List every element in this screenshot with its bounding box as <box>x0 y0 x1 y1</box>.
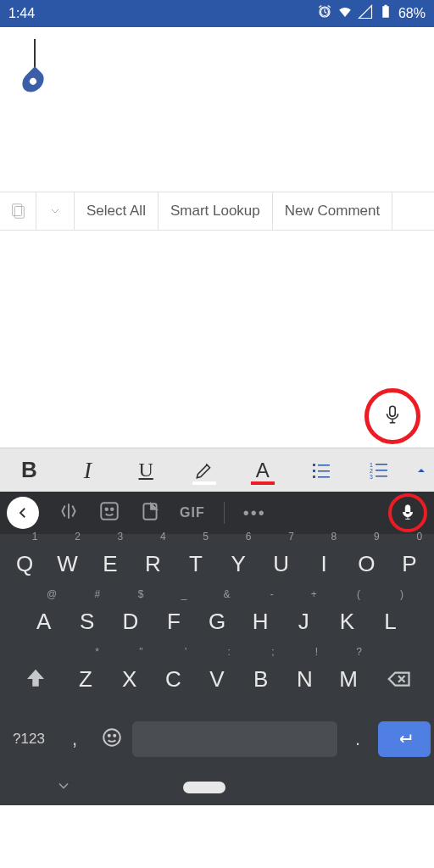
keyboard-back-button[interactable] <box>7 497 39 529</box>
nav-home[interactable] <box>183 782 225 793</box>
signal-icon <box>358 4 373 23</box>
keyboard: 1Q2W3E4R5T6Y7U8I9O0P @A#S$D_F&G-H+J(K)L … <box>0 534 434 770</box>
status-time: 1:44 <box>8 6 317 21</box>
nav-hide-keyboard[interactable] <box>55 777 72 798</box>
comma-key[interactable]: , <box>58 728 92 750</box>
key-v[interactable]: :V <box>195 658 239 700</box>
svg-rect-16 <box>101 503 118 520</box>
key-c[interactable]: 'C <box>152 658 196 700</box>
key-g[interactable]: &G <box>195 600 238 643</box>
context-expand-button[interactable] <box>36 192 75 230</box>
more-button[interactable]: ••• <box>243 504 266 523</box>
svg-point-18 <box>111 509 114 511</box>
status-bar: 1:44 68% <box>0 0 434 27</box>
gif-button[interactable]: GIF <box>180 505 205 520</box>
space-key[interactable] <box>132 721 337 757</box>
key-s[interactable]: #S <box>65 600 108 643</box>
svg-rect-5 <box>318 465 330 466</box>
context-toolbar: Select All Smart Lookup New Comment <box>0 192 434 231</box>
format-toolbar: B I U A 123 <box>0 448 434 492</box>
key-l[interactable]: )L <box>369 600 412 643</box>
key-j[interactable]: +J <box>282 600 326 643</box>
keyboard-toolbar: GIF ••• <box>0 492 434 534</box>
shift-key[interactable] <box>7 658 64 700</box>
enter-key[interactable] <box>378 721 431 757</box>
cursor-handle-icon[interactable] <box>18 66 47 96</box>
key-k[interactable]: (K <box>326 600 369 643</box>
battery-icon <box>378 4 393 23</box>
font-color-button[interactable]: A <box>233 448 292 492</box>
underline-button[interactable]: U <box>117 448 175 492</box>
key-n[interactable]: !N <box>283 658 327 700</box>
key-u[interactable]: 7U <box>259 542 302 585</box>
svg-rect-9 <box>318 476 330 478</box>
svg-point-17 <box>105 509 108 511</box>
svg-point-22 <box>114 735 115 737</box>
text-cursor-icon[interactable] <box>58 500 80 526</box>
svg-text:3: 3 <box>370 474 373 479</box>
key-p[interactable]: 0P <box>388 542 431 585</box>
svg-rect-2 <box>14 207 24 219</box>
svg-rect-3 <box>390 406 396 416</box>
microphone-icon <box>381 403 403 429</box>
document-area[interactable] <box>0 27 434 192</box>
text-cursor <box>24 39 42 93</box>
period-key[interactable]: . <box>341 728 375 750</box>
highlight-button[interactable] <box>175 448 234 492</box>
svg-rect-13 <box>376 470 387 471</box>
key-r[interactable]: 4R <box>131 542 174 585</box>
svg-text:1: 1 <box>370 462 373 468</box>
key-q[interactable]: 1Q <box>3 542 46 585</box>
svg-rect-19 <box>143 504 156 519</box>
key-d[interactable]: $D <box>108 600 152 643</box>
sticker-icon[interactable] <box>98 500 120 526</box>
key-b[interactable]: ;B <box>239 658 283 700</box>
key-h[interactable]: -H <box>239 600 282 643</box>
svg-point-21 <box>108 735 110 737</box>
svg-rect-4 <box>313 464 315 466</box>
bullet-list-button[interactable] <box>292 448 350 492</box>
symbols-key[interactable]: ?123 <box>3 731 54 748</box>
svg-rect-11 <box>376 464 387 465</box>
dictate-fab[interactable] <box>364 388 420 444</box>
format-expand-button[interactable] <box>409 465 434 476</box>
separator <box>224 502 225 524</box>
document-body[interactable] <box>0 231 434 448</box>
svg-rect-6 <box>313 470 315 472</box>
wifi-icon <box>337 4 353 23</box>
backspace-key[interactable] <box>370 658 427 700</box>
key-z[interactable]: *Z <box>64 658 108 700</box>
svg-rect-8 <box>313 476 315 478</box>
key-t[interactable]: 5T <box>175 542 217 585</box>
bold-button[interactable]: B <box>0 448 58 492</box>
svg-rect-15 <box>376 476 387 477</box>
key-e[interactable]: 3E <box>89 542 131 585</box>
key-m[interactable]: ?M <box>326 658 370 700</box>
smart-lookup-button[interactable]: Smart Lookup <box>159 192 273 230</box>
keyboard-mic-button[interactable] <box>388 493 427 532</box>
clipboard-icon[interactable] <box>139 500 161 526</box>
nav-bar <box>0 770 434 805</box>
new-comment-button[interactable]: New Comment <box>273 192 392 230</box>
italic-button[interactable]: I <box>58 448 117 492</box>
numbered-list-button[interactable]: 123 <box>350 448 409 492</box>
key-f[interactable]: _F <box>152 600 195 643</box>
key-a[interactable]: @A <box>22 600 65 643</box>
svg-rect-0 <box>383 11 387 18</box>
svg-rect-1 <box>13 204 22 216</box>
key-w[interactable]: 2W <box>46 542 88 585</box>
svg-text:2: 2 <box>370 468 373 474</box>
key-o[interactable]: 9O <box>345 542 387 585</box>
svg-rect-7 <box>318 470 330 472</box>
battery-percent: 68% <box>398 6 426 21</box>
alarm-icon <box>317 4 332 23</box>
svg-point-20 <box>103 729 120 746</box>
key-x[interactable]: "X <box>108 658 152 700</box>
key-y[interactable]: 6Y <box>217 542 259 585</box>
key-i[interactable]: 8I <box>303 542 345 585</box>
select-all-button[interactable]: Select All <box>75 192 159 230</box>
emoji-key[interactable] <box>95 726 129 752</box>
clipboard-button[interactable] <box>0 192 36 230</box>
